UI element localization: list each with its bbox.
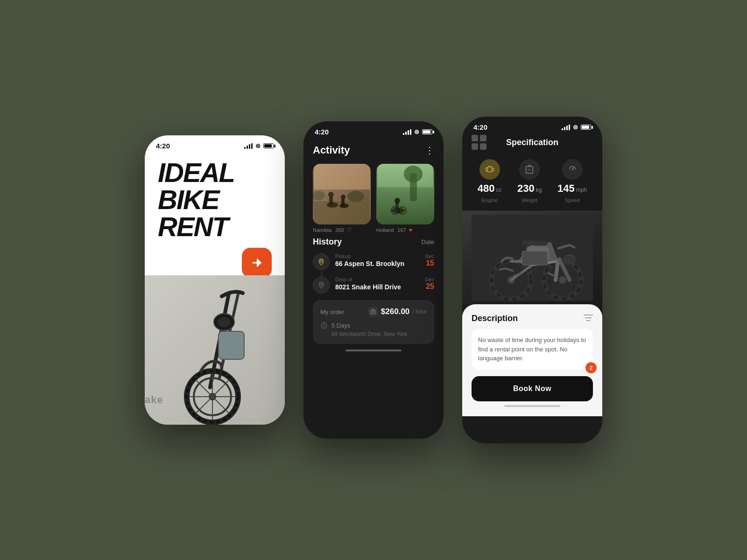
svg-line-49 xyxy=(574,170,575,171)
filter-svg xyxy=(584,314,593,322)
engine-icon xyxy=(485,164,495,175)
phone-splash: 4:20 ⊜ IDEAL BIKE RENT xyxy=(145,135,285,425)
heart-icon-namibia: ♡ xyxy=(347,227,352,233)
history-dropoff: Drop of 8021 Snake Hill Drive Dec 25 xyxy=(313,277,434,294)
order-per-hour: / hour xyxy=(412,308,427,315)
engine-num: 480 xyxy=(478,182,495,195)
svg-rect-15 xyxy=(314,164,370,189)
speed-icon-circle xyxy=(562,159,583,180)
svg-rect-59 xyxy=(522,241,548,245)
svg-rect-12 xyxy=(218,331,244,359)
description-card: Description No waste of time during your… xyxy=(462,304,602,416)
phone-spec: 4:20 ⊜ Specification xyxy=(462,117,602,443)
svg-point-47 xyxy=(571,169,573,170)
desc-text-card: No waste of time during your holidays to… xyxy=(472,329,593,370)
status-bar-1: 4:20 ⊜ xyxy=(145,135,285,150)
spec-page-title: Specification xyxy=(506,138,558,147)
battery-icon-2 xyxy=(422,129,432,134)
signal-icon-3 xyxy=(562,125,570,130)
holland-photo[interactable] xyxy=(376,164,434,224)
arrow-button[interactable] xyxy=(242,248,272,278)
weight-icon xyxy=(524,164,535,175)
activity-header: Activity ⋮ xyxy=(313,144,434,156)
battery-icon-1 xyxy=(263,143,274,148)
history-header: History Date xyxy=(313,237,434,247)
speed-value-display: 145 mph xyxy=(557,182,587,195)
status-icons-3: ⊜ xyxy=(562,124,591,131)
namibia-stats: Namibia 350 ♡ xyxy=(313,227,371,233)
svg-rect-40 xyxy=(487,167,492,172)
date-column-label: Date xyxy=(422,238,434,245)
svg-rect-61 xyxy=(522,251,548,265)
phone-activity: 4:20 ⊜ Activity ⋮ xyxy=(303,121,444,439)
history-title: History xyxy=(313,237,342,247)
status-time-1: 4:20 xyxy=(156,142,170,150)
filter-icon[interactable] xyxy=(584,314,593,323)
spec-engine: 480 cc Engine xyxy=(478,159,502,203)
dropoff-date: Dec 25 xyxy=(425,277,434,291)
weight-num: 230 xyxy=(517,182,535,195)
engine-value-display: 480 cc xyxy=(478,182,502,195)
namibia-photo-image xyxy=(313,164,371,224)
order-details: 5 Days xyxy=(320,322,427,329)
holland-likes: 167 xyxy=(397,227,406,233)
pickup-type-label: Pickup xyxy=(335,253,419,259)
home-indicator-2 xyxy=(345,350,402,351)
bike-illustration-area: ake xyxy=(145,275,285,425)
order-days: 5 Days xyxy=(331,322,350,329)
splash-content: IDEAL BIKE RENT xyxy=(145,150,285,278)
location-icon-pickup xyxy=(317,258,325,266)
spec-weight: 230 kg Weight xyxy=(517,159,542,203)
spec-header: Specification xyxy=(462,131,602,155)
pickup-date: Dec 15 xyxy=(425,253,434,267)
order-top-row: My order $260.00 / hour xyxy=(320,307,427,317)
svg-point-34 xyxy=(320,260,323,262)
pickup-day: 15 xyxy=(425,259,434,267)
status-bar-3: 4:20 ⊜ xyxy=(462,117,602,131)
pickup-info: Pickup 66 Aspen St. Brooklyn xyxy=(335,253,419,267)
desc-header: Description xyxy=(472,314,593,323)
location-icon-dropoff xyxy=(317,281,325,289)
camera-svg xyxy=(370,308,376,315)
dropoff-month: Dec xyxy=(425,277,434,282)
grid-menu-icon[interactable] xyxy=(472,135,486,150)
spec-bike-svg xyxy=(472,215,593,301)
notification-badge: 2 xyxy=(585,362,597,373)
namibia-label: Namibia xyxy=(313,227,331,233)
svg-point-23 xyxy=(347,191,364,202)
weight-unit: kg xyxy=(536,187,542,193)
weight-value-display: 230 kg xyxy=(517,182,542,195)
svg-point-19 xyxy=(328,192,334,197)
signal-icon-2 xyxy=(403,129,411,135)
svg-rect-21 xyxy=(341,198,345,207)
history-pickup: Pickup 66 Aspen St. Brooklyn Dec 15 xyxy=(313,253,434,270)
wifi-icon-1: ⊜ xyxy=(255,142,261,149)
holland-photo-container: Holland 167 ♥ xyxy=(376,164,434,233)
desc-text-content: No waste of time during your holidays to… xyxy=(478,336,586,363)
camera-icon xyxy=(368,307,378,317)
dropoff-address: 8021 Snake Hill Drive xyxy=(335,283,419,291)
weight-icon-circle xyxy=(519,159,540,180)
more-menu-button[interactable]: ⋮ xyxy=(425,145,434,156)
bike-photo-bg xyxy=(462,211,602,304)
svg-point-35 xyxy=(320,283,323,286)
dropoff-day: 25 xyxy=(425,282,434,291)
spec-speed: 145 mph Speed xyxy=(557,159,587,203)
activity-content: Activity ⋮ xyxy=(303,140,444,344)
spec-stats-row: 480 cc Engine 230 kg Weight xyxy=(462,155,602,211)
arrow-right-icon xyxy=(250,256,263,269)
speed-label: Speed xyxy=(565,197,580,203)
svg-rect-0 xyxy=(145,275,285,425)
status-icons-2: ⊜ xyxy=(403,128,432,135)
status-time-3: 4:20 xyxy=(473,123,487,131)
engine-unit: cc xyxy=(496,187,502,193)
status-time-2: 4:20 xyxy=(315,128,329,136)
namibia-photo[interactable] xyxy=(313,164,371,224)
namibia-likes: 350 xyxy=(335,227,344,233)
book-now-button[interactable]: Book Now xyxy=(472,376,593,401)
holland-label: Holland xyxy=(376,227,394,233)
wifi-icon-2: ⊜ xyxy=(414,128,419,135)
speed-icon xyxy=(567,164,578,175)
bike-watermark: ake xyxy=(145,394,163,406)
timer-icon xyxy=(320,322,328,329)
